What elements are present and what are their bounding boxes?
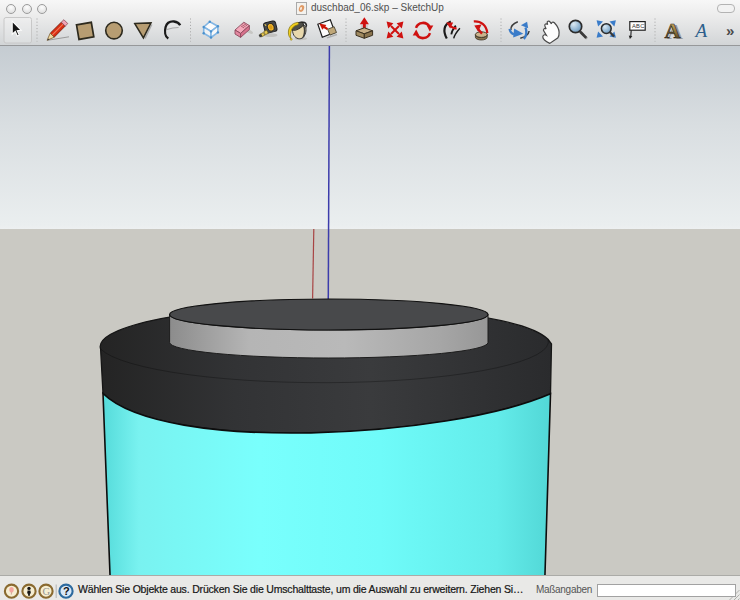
svg-text:G: G xyxy=(42,586,50,597)
svg-text:»: » xyxy=(726,22,734,39)
svg-text:A: A xyxy=(665,18,681,43)
svg-text:ABC: ABC xyxy=(632,23,645,29)
svg-text:A: A xyxy=(694,20,708,41)
svg-text:?: ? xyxy=(63,585,70,597)
